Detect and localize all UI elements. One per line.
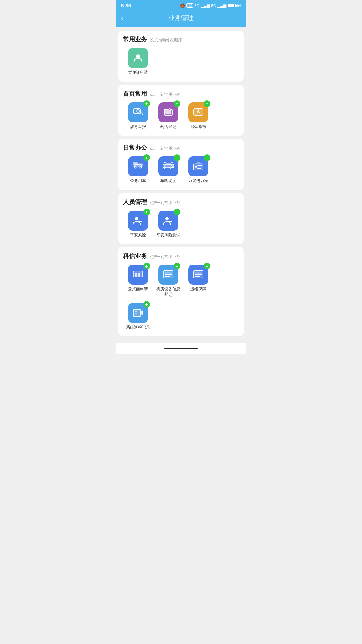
list-item[interactable]: + 运维保障 [183, 265, 214, 297]
item-label: 系统巡检记录 [126, 325, 150, 330]
signal-5g-1: 5G [194, 4, 199, 8]
section-hint-common: 长按拖动修改顺序 [150, 37, 182, 43]
item-label: 涉烟举报 [190, 124, 206, 130]
section-hint-kesin: 点击+到常用业务 [150, 254, 180, 260]
item-label: 机房设备信息登记 [155, 287, 181, 297]
safety-risk-icon [132, 214, 144, 227]
list-item[interactable]: 暂住证申请 [123, 48, 153, 75]
icon-box-official-car: + [128, 156, 148, 176]
add-badge[interactable]: + [174, 154, 180, 161]
item-label: 平安风险测试 [156, 233, 180, 238]
icon-box-report-smoke: + [188, 102, 208, 122]
signal-bars-1: ▂▄▆ [201, 3, 210, 8]
list-item[interactable]: + 涉烟举报 [183, 102, 214, 130]
section-homepage: 首页常用 点击+到常用业务 + 涉毒举报 [118, 85, 244, 136]
svg-rect-45 [135, 273, 137, 275]
list-item[interactable]: + 万警进万家 [183, 156, 214, 184]
icon-box-safety-risk-test: + [158, 211, 178, 231]
item-label: 车辆调度 [160, 178, 176, 184]
section-title-homepage: 首页常用 [123, 90, 147, 98]
list-item[interactable]: + 涉毒举报 [123, 102, 153, 130]
svg-point-33 [195, 166, 197, 168]
section-common: 常用业务 长按拖动修改顺序 暂住证申请 [118, 31, 244, 82]
add-badge[interactable]: + [204, 100, 210, 107]
svg-point-29 [171, 168, 172, 169]
section-personnel: 人员管理 点击+到常用业务 + 平安风险 [118, 193, 244, 244]
icon-box-dispatch-car: + [158, 156, 178, 176]
icon-box-police-home: + [188, 156, 208, 176]
svg-point-38 [135, 217, 138, 220]
list-item[interactable]: + 车辆调度 [153, 156, 183, 184]
add-badge[interactable]: + [204, 263, 210, 269]
item-label: 暂住证申请 [128, 70, 148, 75]
section-kesin: 科信业务 点击+到常用业务 + 云桌面申请 [118, 247, 244, 336]
section-daily: 日常办公 点击+到常用业务 + [118, 139, 244, 190]
svg-point-5 [142, 114, 143, 115]
section-title-personnel: 人员管理 [123, 198, 147, 206]
icon-box-person-card [128, 48, 148, 68]
icon-box-patrol-record: + [128, 303, 148, 323]
svg-point-60 [135, 312, 137, 313]
icon-box-cloud-desktop: + [128, 265, 148, 285]
list-item[interactable]: + 机房设备信息登记 [153, 265, 183, 297]
add-badge[interactable]: + [143, 100, 150, 107]
section-hint-daily: 点击+到常用业务 [150, 146, 180, 151]
list-item[interactable]: + 云桌面申请 [123, 265, 153, 297]
icon-box-report-drug: + [128, 102, 148, 122]
back-button[interactable]: ‹ [121, 14, 123, 22]
svg-rect-48 [138, 275, 140, 277]
item-label: 云桌面申请 [128, 287, 148, 292]
add-badge[interactable]: + [143, 209, 150, 215]
pharmacy-icon [162, 106, 175, 119]
svg-rect-25 [165, 163, 171, 165]
bottom-bar [116, 343, 246, 354]
list-item[interactable]: + 系统巡检记录 [123, 303, 153, 330]
list-item[interactable]: + 平安风险测试 [153, 211, 183, 238]
section-title-daily: 日常办公 [123, 144, 147, 152]
svg-point-41 [165, 217, 169, 220]
section-hint-personnel: 点击+到常用业务 [150, 200, 180, 206]
section-hint-homepage: 点击+到常用业务 [150, 92, 180, 97]
section-title-common: 常用业务 [123, 35, 147, 43]
section-header-common: 常用业务 长按拖动修改顺序 [123, 35, 239, 43]
icon-box-pharmacy: + [158, 102, 178, 122]
add-badge[interactable]: + [143, 154, 150, 161]
header: ‹ 业务管理 [116, 10, 246, 27]
signal-bars-2: ▂▄▆ [217, 3, 226, 8]
list-item[interactable]: + 公务用车 [123, 156, 153, 184]
icon-box-ops-support: + [188, 265, 208, 285]
svg-marker-37 [194, 162, 203, 164]
list-item[interactable]: + 药店登记 [153, 102, 183, 130]
item-label: 药店登记 [160, 124, 176, 130]
police-home-icon [192, 160, 205, 173]
icon-box-safety-risk: + [128, 211, 148, 231]
svg-point-27 [165, 168, 166, 169]
add-badge[interactable]: + [174, 100, 180, 107]
page-title: 业务管理 [168, 14, 194, 22]
svg-rect-1 [136, 60, 140, 60]
icon-box-server-register: + [158, 265, 178, 285]
person-card-icon [132, 52, 144, 64]
add-badge[interactable]: + [143, 301, 150, 308]
signal-5g-2: 5G [211, 4, 216, 8]
dispatch-car-icon [162, 160, 175, 173]
svg-rect-47 [135, 275, 137, 277]
list-item[interactable]: + 平安风险 [123, 211, 153, 238]
item-label: 平安风险 [130, 233, 146, 238]
official-car-icon [132, 160, 144, 173]
section-header-personnel: 人员管理 点击+到常用业务 [123, 198, 239, 206]
ops-support-icon [192, 268, 205, 281]
battery-icon [228, 4, 236, 7]
safety-risk-test-icon [162, 214, 175, 227]
hd-badge: HD [186, 3, 193, 8]
items-row-kesin: + 云桌面申请 + [123, 265, 239, 330]
add-badge[interactable]: + [143, 263, 150, 269]
report-smoke-icon [192, 106, 205, 119]
add-badge[interactable]: + [174, 263, 180, 269]
svg-point-14 [198, 109, 199, 111]
add-badge[interactable]: + [174, 209, 180, 215]
add-badge[interactable]: + [204, 154, 210, 161]
items-row-daily: + 公务用车 [123, 156, 239, 184]
item-label: 公务用车 [130, 178, 146, 184]
item-label: 运维保障 [190, 287, 206, 292]
